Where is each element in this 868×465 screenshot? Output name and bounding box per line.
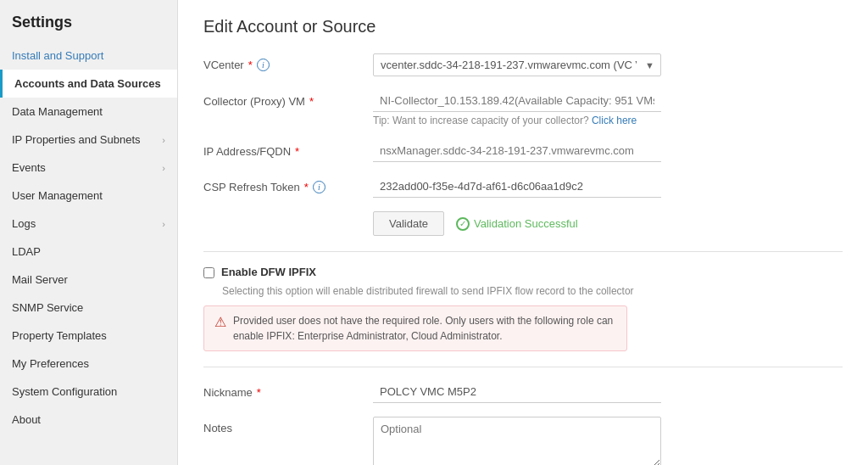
enable-dfw-label[interactable]: Enable DFW IPFIX bbox=[221, 266, 316, 278]
collector-label: Collector (Proxy) VM * bbox=[203, 90, 373, 108]
sidebar-item-system-configuration[interactable]: System Configuration bbox=[0, 378, 177, 406]
notes-control bbox=[373, 417, 843, 465]
collector-tip-link[interactable]: Click here bbox=[592, 115, 637, 126]
nickname-control bbox=[373, 381, 843, 403]
sidebar-item-property-templates[interactable]: Property Templates bbox=[0, 322, 177, 350]
chevron-right-icon: › bbox=[162, 219, 165, 229]
collector-control: Tip: Want to increase capacity of your c… bbox=[373, 90, 843, 126]
sidebar-item-label: Mail Server bbox=[12, 273, 68, 286]
enable-dfw-checkbox[interactable] bbox=[203, 267, 214, 278]
vcenter-row: VCenter * i vcenter.sddc-34-218-191-237.… bbox=[203, 53, 843, 76]
ip-row: IP Address/FQDN * bbox=[203, 140, 843, 162]
sidebar-item-ldap[interactable]: LDAP bbox=[0, 238, 177, 266]
csp-control bbox=[373, 176, 843, 198]
enable-dfw-desc: Selecting this option will enable distri… bbox=[222, 285, 843, 297]
sidebar: Settings Install and Support Accounts an… bbox=[0, 0, 178, 465]
collector-tip: Tip: Want to increase capacity of your c… bbox=[373, 115, 843, 126]
collector-row: Collector (Proxy) VM * Tip: Want to incr… bbox=[203, 90, 843, 126]
sidebar-item-label: Accounts and Data Sources bbox=[14, 77, 161, 90]
sidebar-item-mail-server[interactable]: Mail Server bbox=[0, 266, 177, 294]
validate-row: Validate ✓ Validation Successful bbox=[373, 211, 843, 236]
vcenter-select[interactable]: vcenter.sddc-34-218-191-237.vmwarevmc.co… bbox=[373, 53, 661, 76]
sidebar-item-ip-properties-subnets[interactable]: IP Properties and Subnets › bbox=[0, 126, 177, 154]
sidebar-item-snmp-service[interactable]: SNMP Service bbox=[0, 294, 177, 322]
warning-text: Provided user does not have the required… bbox=[233, 313, 616, 344]
vcenter-label: VCenter * i bbox=[203, 53, 373, 71]
csp-info-icon[interactable]: i bbox=[313, 181, 326, 193]
notes-label: Notes bbox=[203, 417, 373, 434]
vcenter-select-wrap: vcenter.sddc-34-218-191-237.vmwarevmc.co… bbox=[373, 53, 661, 76]
csp-label: CSP Refresh Token * i bbox=[203, 176, 373, 193]
sidebar-item-label: Data Management bbox=[12, 105, 103, 118]
vcenter-info-icon[interactable]: i bbox=[257, 59, 270, 71]
nickname-row: Nickname * bbox=[203, 381, 843, 403]
enable-dfw-row: Enable DFW IPFIX bbox=[203, 266, 843, 278]
vcenter-control: vcenter.sddc-34-218-191-237.vmwarevmc.co… bbox=[373, 53, 843, 76]
nickname-input[interactable] bbox=[373, 381, 661, 403]
csp-row: CSP Refresh Token * i bbox=[203, 176, 843, 198]
sidebar-item-my-preferences[interactable]: My Preferences bbox=[0, 350, 177, 378]
check-circle-icon: ✓ bbox=[456, 217, 470, 231]
sidebar-item-label: Install and Support bbox=[12, 49, 103, 62]
required-marker: * bbox=[248, 59, 253, 71]
section-divider bbox=[203, 251, 843, 252]
sidebar-item-events[interactable]: Events › bbox=[0, 154, 177, 182]
sidebar-item-label: IP Properties and Subnets bbox=[12, 133, 141, 146]
sidebar-item-label: User Management bbox=[12, 189, 103, 202]
sidebar-item-label: Property Templates bbox=[12, 329, 107, 342]
sidebar-item-accounts-data-sources[interactable]: Accounts and Data Sources bbox=[0, 70, 177, 98]
warning-box: ⚠ Provided user does not have the requir… bbox=[203, 305, 627, 351]
sidebar-item-label: LDAP bbox=[12, 245, 41, 258]
sidebar-item-label: About bbox=[12, 413, 41, 426]
section-divider-2 bbox=[203, 367, 843, 367]
sidebar-item-user-management[interactable]: User Management bbox=[0, 182, 177, 210]
validate-button[interactable]: Validate bbox=[373, 211, 444, 236]
required-marker: * bbox=[257, 386, 261, 399]
sidebar-item-label: Logs bbox=[12, 217, 36, 230]
page-title: Edit Account or Source bbox=[203, 17, 843, 36]
notes-row: Notes bbox=[203, 417, 843, 465]
sidebar-title: Settings bbox=[0, 0, 177, 42]
sidebar-item-label: My Preferences bbox=[12, 357, 89, 370]
required-marker: * bbox=[309, 95, 314, 108]
ip-control bbox=[373, 140, 843, 162]
ip-label: IP Address/FQDN * bbox=[203, 140, 373, 158]
sidebar-item-label: System Configuration bbox=[12, 385, 117, 398]
chevron-right-icon: › bbox=[162, 135, 165, 145]
warning-icon: ⚠ bbox=[214, 314, 226, 330]
validation-success: ✓ Validation Successful bbox=[456, 217, 578, 231]
sidebar-item-label: Events bbox=[12, 161, 46, 174]
sidebar-item-install-support[interactable]: Install and Support bbox=[0, 42, 177, 70]
notes-textarea[interactable] bbox=[373, 417, 661, 465]
sidebar-item-data-management[interactable]: Data Management bbox=[0, 98, 177, 126]
required-marker: * bbox=[295, 145, 299, 158]
chevron-right-icon: › bbox=[162, 163, 165, 173]
nickname-label: Nickname * bbox=[203, 381, 373, 399]
ip-input[interactable] bbox=[373, 140, 661, 162]
sidebar-item-label: SNMP Service bbox=[12, 301, 83, 314]
sidebar-item-logs[interactable]: Logs › bbox=[0, 210, 177, 238]
csp-input[interactable] bbox=[373, 176, 661, 198]
validation-message: Validation Successful bbox=[474, 217, 578, 230]
main-content: Edit Account or Source VCenter * i vcent… bbox=[178, 0, 868, 465]
required-marker: * bbox=[304, 181, 309, 193]
sidebar-item-about[interactable]: About bbox=[0, 406, 177, 434]
collector-input[interactable] bbox=[373, 90, 661, 112]
